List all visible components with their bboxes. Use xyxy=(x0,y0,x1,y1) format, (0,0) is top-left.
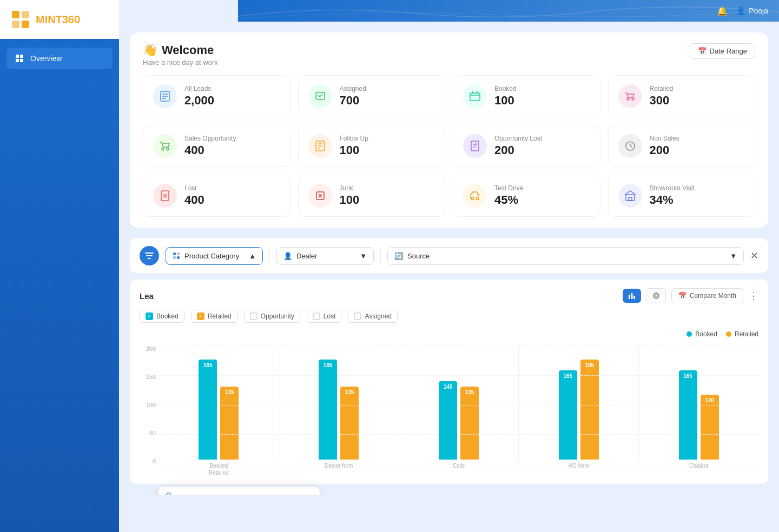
stat-card-sales-opportunity[interactable]: Sales Opportunity 400 xyxy=(143,125,291,167)
compare-month-button[interactable]: 📅 Compare Month xyxy=(671,288,743,303)
stat-label-sales-opportunity: Sales Opportunity xyxy=(184,135,236,142)
y-label-100: 100 xyxy=(146,402,156,408)
stat-info-showroom-visit: Showroom Visit 34% xyxy=(650,184,695,207)
dropdown-search-area: 🔍 xyxy=(159,487,320,495)
bar-booked-0: 185 xyxy=(199,360,217,460)
chip-label-0: Booked xyxy=(156,312,179,320)
legend-dot-0 xyxy=(686,331,692,337)
bar-pair-3: 165 185 xyxy=(559,351,599,460)
stat-value-all-leads: 2,000 xyxy=(184,94,214,108)
stat-label-assigned: Assigned xyxy=(340,85,366,92)
stat-info-all-leads: All Leads 2,000 xyxy=(184,85,214,108)
svg-point-34 xyxy=(477,197,479,200)
donut-chart-icon xyxy=(652,292,660,300)
chip-label-3: Lost xyxy=(324,312,336,320)
logo-name: MINT xyxy=(36,14,62,25)
date-range-label: Date Range xyxy=(710,47,747,55)
sidebar-nav: Overview xyxy=(0,39,119,78)
stat-label-lost: Lost xyxy=(184,184,204,192)
more-options-button[interactable]: ⋮ xyxy=(749,290,758,302)
chart-controls: 📅 Compare Month ⋮ xyxy=(623,288,758,303)
date-range-button[interactable]: 📅 Date Range xyxy=(690,43,755,59)
stat-icon-non-sales xyxy=(618,134,642,158)
stat-value-non-sales: 200 xyxy=(650,143,679,157)
filter-chart-section: Product Category ▲ 👤 Dealer ▼ 🔄 Source ▼… xyxy=(130,238,768,484)
donut-chart-button[interactable] xyxy=(646,288,666,303)
sidebar-item-overview[interactable]: Overview xyxy=(6,48,113,69)
stat-label-showroom-visit: Showroom Visit xyxy=(650,184,695,192)
source-dropdown[interactable]: 🔄 Source ▼ xyxy=(387,247,744,265)
stat-card-junk[interactable]: Junk 100 xyxy=(298,175,446,217)
chip-check-2 xyxy=(250,312,258,320)
chart-chip-lost[interactable]: Lost xyxy=(307,310,342,323)
product-category-dropdown[interactable]: Product Category ▲ xyxy=(166,247,263,265)
dealer-label: Dealer xyxy=(296,252,317,260)
bar-chart-button[interactable] xyxy=(623,289,641,303)
source-label: Source xyxy=(407,252,430,260)
stat-card-non-sales[interactable]: Non Sales 200 xyxy=(608,125,756,167)
svg-rect-7 xyxy=(20,59,23,62)
svg-point-14 xyxy=(627,98,629,100)
filter-icon-button[interactable] xyxy=(140,246,159,265)
stat-value-junk: 100 xyxy=(340,193,360,207)
bar-chart-icon xyxy=(628,292,636,300)
compare-month-label: Compare Month xyxy=(690,292,736,300)
stat-card-booked[interactable]: Booked 100 xyxy=(453,75,600,117)
bar-label-4: Chatbot xyxy=(689,462,708,475)
chip-label-1: Retailed xyxy=(208,312,232,320)
stat-card-lost[interactable]: Lost 400 xyxy=(143,175,291,217)
filter-bar: Product Category ▲ 👤 Dealer ▼ 🔄 Source ▼… xyxy=(130,238,768,273)
legend-item-retailed: Retailed xyxy=(726,330,758,338)
welcome-title: 👋 Welcome xyxy=(143,43,218,57)
stats-grid: All Leads 2,000 Assigned 700 Booked 100 … xyxy=(143,75,755,217)
stat-info-assigned: Assigned 700 xyxy=(340,85,366,108)
stat-label-non-sales: Non Sales xyxy=(650,135,679,142)
chart-filter-chips: ✓ Booked ✓ Retailed Opportunity Lost Ass… xyxy=(140,310,758,323)
svg-rect-37 xyxy=(173,252,176,255)
chart-legend: Booked Retailed xyxy=(140,330,758,338)
bar-groups: 185 135 BookedRetailed 185 135 Dealer fo… xyxy=(159,345,758,475)
logo-icon xyxy=(11,10,30,29)
chart-chip-booked[interactable]: ✓ Booked xyxy=(140,310,184,323)
filter-separator-2 xyxy=(380,248,381,263)
dropdown-search-input[interactable] xyxy=(180,493,313,495)
stat-value-sales-opportunity: 400 xyxy=(184,143,236,157)
stat-value-lost: 400 xyxy=(184,193,204,207)
chip-label-4: Assigned xyxy=(365,312,391,320)
close-filter-button[interactable]: ✕ xyxy=(750,250,758,262)
stat-icon-test-drive xyxy=(463,184,487,208)
stat-info-retailed: Retailed 300 xyxy=(650,85,674,108)
svg-rect-39 xyxy=(173,256,176,259)
svg-rect-38 xyxy=(177,252,180,255)
product-category-icon xyxy=(173,252,180,260)
stat-card-assigned[interactable]: Assigned 700 xyxy=(298,75,446,117)
chip-check-0: ✓ xyxy=(146,312,153,320)
svg-point-45 xyxy=(655,295,657,297)
stat-card-follow-up[interactable]: Follow Up 100 xyxy=(298,125,446,167)
search-icon: 🔍 xyxy=(165,492,176,495)
dealer-dropdown[interactable]: 👤 Dealer ▼ xyxy=(276,247,374,265)
stat-card-showroom-visit[interactable]: Showroom Visit 34% xyxy=(608,175,756,217)
bar-booked-2: 145 xyxy=(439,381,457,460)
svg-rect-36 xyxy=(629,197,632,201)
chart-chip-assigned[interactable]: Assigned xyxy=(348,310,397,323)
svg-point-44 xyxy=(653,293,659,298)
chart-chip-opportunity[interactable]: Opportunity xyxy=(244,310,300,323)
stat-value-test-drive: 45% xyxy=(494,193,523,207)
stat-icon-junk xyxy=(308,184,332,208)
welcome-card: 👋 Welcome Have a nice day at work 📅 Date… xyxy=(130,32,768,228)
chart-chip-retailed[interactable]: ✓ Retailed xyxy=(191,310,237,323)
stat-value-showroom-visit: 34% xyxy=(650,193,695,207)
bar-group-3: 165 185 HO form xyxy=(519,345,638,475)
stat-card-test-drive[interactable]: Test Drive 45% xyxy=(453,175,600,217)
wave-emoji: 👋 xyxy=(143,43,157,57)
welcome-text-area: 👋 Welcome Have a nice day at work xyxy=(143,43,218,66)
stat-card-all-leads[interactable]: All Leads 2,000 xyxy=(143,75,291,117)
y-label-50: 50 xyxy=(149,430,156,436)
stat-card-retailed[interactable]: Retailed 300 xyxy=(608,75,756,117)
svg-rect-41 xyxy=(629,295,630,299)
stat-info-junk: Junk 100 xyxy=(340,184,360,207)
bar-booked-3: 165 xyxy=(559,370,577,460)
filter-separator xyxy=(269,248,270,263)
stat-card-opportunity-lost[interactable]: Opportunity Lost 200 xyxy=(453,125,600,167)
